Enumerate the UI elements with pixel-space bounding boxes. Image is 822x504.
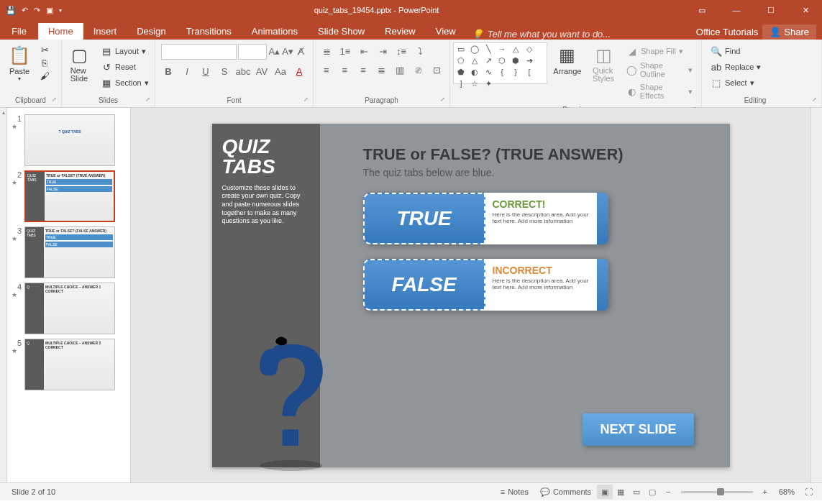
shape-fill-button[interactable]: ◢Shape Fill ▾ (622, 44, 697, 58)
fit-window-button[interactable]: ⛶ (800, 485, 816, 499)
tab-transitions[interactable]: Transitions (176, 23, 242, 40)
outdent-button[interactable]: ⇤ (357, 44, 371, 58)
slide-subheading[interactable]: The quiz tabs below are blue. (363, 167, 708, 178)
paste-button[interactable]: 📋 Paste ▾ (3, 42, 36, 85)
font-color-button[interactable]: A (292, 64, 306, 78)
tab-review[interactable]: Review (375, 23, 426, 40)
normal-view-button[interactable]: ▣ (597, 485, 613, 499)
shape-outline-button[interactable]: ◯Shape Outline ▾ (622, 60, 697, 80)
slideshow-view-button[interactable]: ▢ (644, 485, 660, 499)
start-slideshow-icon[interactable]: ▣ (46, 6, 53, 15)
minimize-button[interactable]: — (720, 0, 753, 20)
thumb-2[interactable]: 2★ QUIZTABSTRUE or FALSE? (TRUE ANSWER)T… (7, 168, 130, 224)
reading-view-button[interactable]: ▭ (629, 485, 644, 499)
save-icon[interactable]: 💾 (6, 6, 16, 15)
ribbon-options-icon[interactable]: ▭ (685, 0, 718, 20)
numbering-button[interactable]: 1≡ (338, 44, 352, 58)
reset-button[interactable]: ↺Reset (96, 60, 153, 74)
slide-heading[interactable]: TRUE or FALSE? (TRUE ANSWER) (363, 145, 708, 164)
align-center-button[interactable]: ≡ (338, 63, 352, 77)
clear-format-icon[interactable]: A̸ (295, 44, 307, 58)
qat-dropdown-icon[interactable]: ▾ (59, 7, 62, 14)
cut-icon[interactable]: ✂ (39, 44, 50, 55)
slide-side-desc[interactable]: Customize these slides to create your ow… (222, 184, 310, 226)
bullets-button[interactable]: ≣ (319, 44, 334, 58)
share-button[interactable]: 👤 Share (762, 24, 816, 40)
ribbon-tabs: File Home Insert Design Transitions Anim… (0, 20, 822, 40)
thumb-1[interactable]: 1★ ? QUIZ TABS (7, 112, 130, 168)
tab-animations[interactable]: Animations (242, 23, 308, 40)
tab-insert[interactable]: Insert (83, 23, 127, 40)
slide-position[interactable]: Slide 2 of 10 (6, 487, 61, 496)
zoom-out-button[interactable]: − (660, 487, 676, 496)
office-tutorials-link[interactable]: Office Tutorials (696, 27, 758, 37)
tab-view[interactable]: View (426, 23, 466, 40)
replace-button[interactable]: abReplace ▾ (706, 60, 765, 74)
italic-button[interactable]: I (180, 64, 194, 78)
false-button[interactable]: FALSE (363, 259, 485, 311)
copy-icon[interactable]: ⎘ (39, 57, 50, 68)
columns-button[interactable]: ▥ (393, 63, 407, 77)
tab-file[interactable]: File (0, 23, 38, 40)
zoom-level[interactable]: 68% (773, 487, 800, 496)
spacing-button[interactable]: AV (255, 64, 269, 78)
maximize-button[interactable]: ☐ (754, 0, 787, 20)
increase-font-icon[interactable]: A▴ (268, 44, 280, 58)
smartart-button[interactable]: ⊡ (429, 63, 444, 77)
section-button[interactable]: ▦Section ▾ (96, 75, 153, 90)
tell-me-label: Tell me what you want to do... (488, 29, 611, 40)
justify-button[interactable]: ≣ (375, 63, 389, 77)
layout-button[interactable]: ▤Layout ▾ (96, 44, 153, 58)
shapes-gallery[interactable]: ▭◯╲→△◇⬠ △↗⬡⬢➜⬟◐ ∿{}[]☆✦ (453, 42, 547, 84)
section-icon: ▦ (101, 77, 112, 88)
next-slide-button[interactable]: NEXT SLIDE (583, 413, 693, 446)
case-button[interactable]: Aa (273, 64, 288, 78)
font-size-input[interactable] (238, 44, 267, 60)
text-direction-button[interactable]: ⤵ (413, 44, 427, 58)
correct-card[interactable]: CORRECT! Here is the description area. A… (485, 193, 597, 244)
tab-home[interactable]: Home (38, 23, 83, 40)
incorrect-card[interactable]: INCORRECT Here is the description area. … (485, 259, 597, 311)
tab-design[interactable]: Design (127, 23, 175, 40)
align-left-button[interactable]: ≡ (319, 63, 334, 77)
line-spacing-button[interactable]: ↕≡ (394, 44, 408, 58)
underline-button[interactable]: U (198, 64, 213, 78)
new-slide-button[interactable]: ▢ New Slide (65, 42, 93, 86)
zoom-slider[interactable] (681, 491, 753, 493)
find-button[interactable]: 🔍Find (706, 44, 765, 58)
tell-me-search[interactable]: 💡 Tell me what you want to do... (466, 29, 696, 40)
thumb-3[interactable]: 3★ QUIZTABSTRUE or FALSE? (FALSE ANSWER)… (7, 224, 130, 280)
decrease-font-icon[interactable]: A▾ (282, 44, 294, 58)
sorter-view-button[interactable]: ▦ (613, 485, 629, 499)
format-painter-icon[interactable]: 🖌 (39, 70, 50, 81)
outline-icon: ◯ (626, 64, 637, 75)
tab-slideshow[interactable]: Slide Show (308, 23, 375, 40)
redo-icon[interactable]: ↷ (34, 6, 40, 15)
slide-canvas[interactable]: QUIZ TABS Customize these slides to crea… (131, 108, 810, 482)
bold-button[interactable]: B (161, 64, 175, 78)
strike-button[interactable]: S (217, 64, 232, 78)
thumb-4[interactable]: 4★ QMULTIPLE CHOICE – ANSWER 1 CORRECT (7, 280, 130, 336)
slide-title-1[interactable]: QUIZ (222, 137, 310, 157)
slide-title-2[interactable]: TABS (222, 157, 310, 177)
thumb-scrollbar[interactable] (0, 108, 7, 482)
quick-styles-button[interactable]: ◫ Quick Styles (588, 42, 619, 86)
canvas-scrollbar[interactable] (810, 108, 822, 482)
align-text-button[interactable]: ⎚ (411, 63, 426, 77)
font-name-input[interactable] (161, 44, 237, 60)
shape-effects-button[interactable]: ◐Shape Effects ▾ (622, 81, 697, 101)
zoom-in-button[interactable]: + (757, 487, 773, 496)
shadow-button[interactable]: abc (236, 64, 250, 78)
undo-icon[interactable]: ↶ (22, 6, 28, 15)
window-title: quiz_tabs_19454.pptx - PowerPoint (68, 6, 685, 14)
align-right-button[interactable]: ≡ (356, 63, 370, 77)
arrange-button[interactable]: ▦ Arrange (549, 42, 586, 78)
close-button[interactable]: ✕ (789, 0, 822, 20)
thumb-5[interactable]: 5★ QMULTIPLE CHOICE – ANSWER 2 CORRECT (7, 336, 130, 393)
notes-button[interactable]: ≡Notes (495, 487, 534, 496)
comments-button[interactable]: 💬Comments (534, 487, 597, 497)
select-button[interactable]: ⬚Select ▾ (706, 75, 765, 90)
indent-button[interactable]: ⇥ (375, 44, 390, 58)
animation-icon: ★ (12, 235, 22, 242)
true-button[interactable]: TRUE (363, 193, 485, 244)
